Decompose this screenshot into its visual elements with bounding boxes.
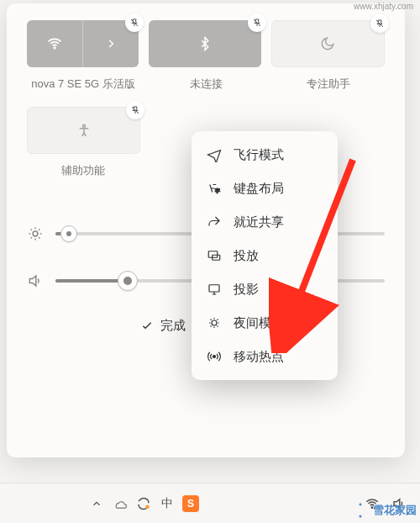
svg-text:字: 字 — [215, 188, 220, 193]
ime-icon[interactable]: 中 — [158, 494, 176, 513]
focus-label: 专注助手 — [272, 72, 385, 92]
svg-point-0 — [54, 47, 55, 49]
wifi-tile[interactable] — [27, 20, 139, 67]
svg-rect-4 — [208, 251, 218, 258]
chevron-right-icon — [105, 38, 117, 50]
svg-point-1 — [82, 124, 85, 127]
moon-icon — [320, 36, 335, 51]
brightness-icon — [27, 225, 44, 242]
done-label: 完成 — [160, 318, 186, 334]
menu-project[interactable]: 投影 — [197, 272, 333, 306]
watermark: 雪花家园 — [351, 501, 417, 520]
cast-icon — [207, 248, 222, 263]
keyboard-icon: 字 — [207, 181, 222, 196]
onedrive-icon[interactable] — [111, 494, 129, 513]
night-light-icon — [207, 315, 222, 330]
done-button[interactable]: 完成 — [140, 318, 186, 334]
unpin-icon[interactable] — [370, 14, 389, 33]
svg-point-10 — [145, 505, 150, 509]
unpin-icon[interactable] — [126, 101, 144, 119]
focus-assist-tile[interactable] — [271, 20, 385, 67]
a11y-label: 辅助功能 — [27, 159, 139, 178]
share-icon — [207, 214, 222, 230]
snowflake-icon — [351, 501, 370, 520]
tray-chevron-icon[interactable] — [87, 494, 106, 513]
menu-nearby-share[interactable]: 就近共享 — [197, 205, 333, 239]
svg-point-2 — [33, 231, 38, 236]
volume-icon — [27, 272, 44, 289]
menu-keyboard-layout[interactable]: 字 键盘布局 — [197, 172, 333, 205]
bluetooth-icon — [197, 36, 213, 51]
tiles-row-1 — [27, 20, 385, 67]
unpin-icon[interactable] — [125, 13, 144, 32]
wifi-label: nova 7 SE 5G 乐活版 — [27, 72, 139, 92]
menu-night-light[interactable]: 夜间模式 — [197, 306, 333, 340]
labels-row-1: nova 7 SE 5G 乐活版 未连接 专注助手 — [27, 72, 385, 92]
sync-icon[interactable] — [134, 494, 153, 513]
menu-mobile-hotspot[interactable]: 移动热点 — [197, 340, 333, 373]
menu-airplane-mode[interactable]: 飞行模式 — [197, 138, 333, 172]
svg-point-7 — [212, 320, 217, 325]
svg-point-8 — [213, 356, 216, 358]
unpin-icon[interactable] — [248, 13, 266, 32]
wifi-icon — [46, 35, 63, 52]
bt-label: 未连接 — [150, 72, 262, 92]
sogou-ime-icon[interactable]: S — [181, 494, 200, 513]
accessibility-tile[interactable] — [27, 107, 140, 154]
add-popup-menu: 飞行模式 字 键盘布局 就近共享 投放 投影 夜间模式 移动热点 — [192, 131, 338, 380]
menu-cast[interactable]: 投放 — [197, 239, 333, 272]
watermark-url: www.xhjaty.com — [354, 2, 413, 11]
svg-rect-6 — [209, 285, 219, 292]
project-icon — [207, 282, 222, 297]
accessibility-icon — [76, 123, 92, 138]
bluetooth-tile[interactable] — [149, 20, 260, 67]
airplane-icon — [207, 147, 222, 162]
hotspot-icon — [207, 349, 222, 364]
